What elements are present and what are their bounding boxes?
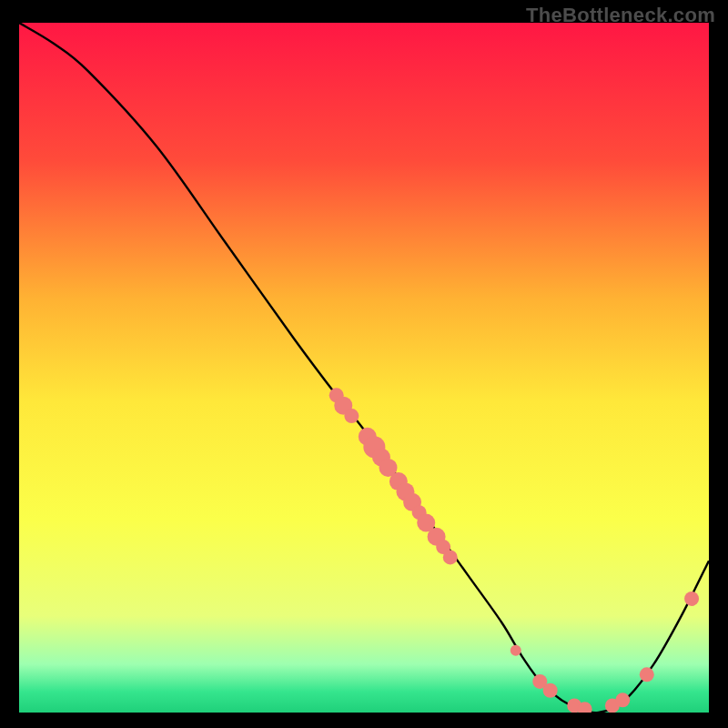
data-marker: [543, 683, 558, 698]
data-marker: [344, 409, 359, 423]
data-marker: [615, 693, 630, 707]
bottleneck-chart: [19, 23, 709, 713]
data-marker: [443, 550, 458, 564]
chart-background: [19, 23, 709, 713]
data-marker: [640, 667, 654, 682]
data-marker: [511, 645, 521, 656]
data-marker: [684, 592, 699, 606]
